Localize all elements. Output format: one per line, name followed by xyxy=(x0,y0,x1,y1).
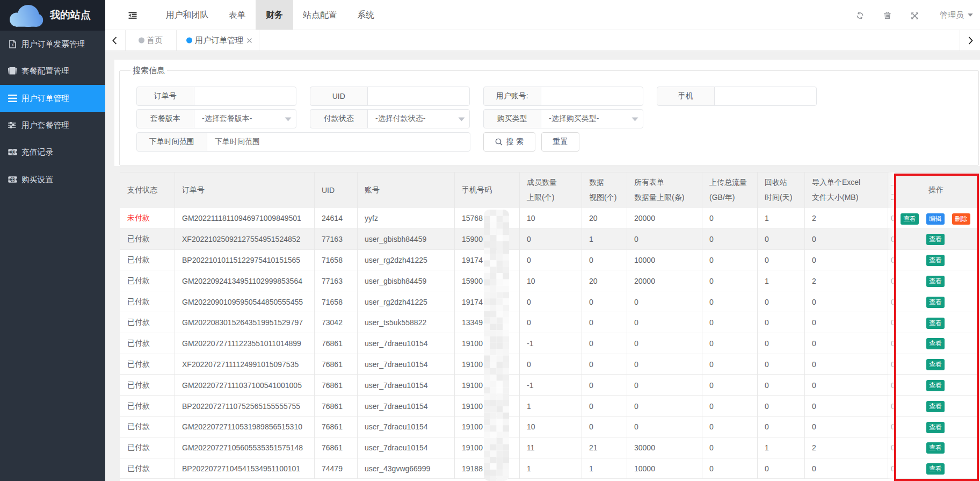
svg-text:x: x xyxy=(11,42,14,47)
svg-text:1: 1 xyxy=(12,177,14,181)
svg-text:1: 1 xyxy=(12,150,14,154)
